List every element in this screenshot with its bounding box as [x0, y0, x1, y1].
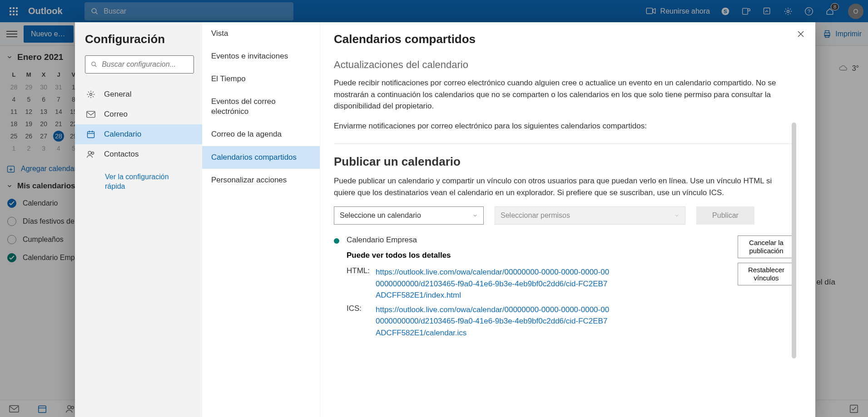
svg-line-33 [95, 65, 97, 67]
permissions-select: Seleccionar permisos [495, 206, 685, 225]
publish-desc: Puede publicar un calendario y compartir… [334, 175, 795, 198]
settings-subnav-item[interactable]: Vista [202, 22, 320, 45]
svg-point-34 [90, 93, 92, 96]
chevron-down-icon [472, 213, 478, 218]
ics-link[interactable]: https://outlook.live.com/owa/calendar/00… [376, 304, 612, 339]
settings-nav-calendario[interactable]: Calendario [75, 124, 202, 144]
calendar-select[interactable]: Seleccione un calendario [334, 206, 484, 225]
settings-subnav-item[interactable]: Eventos e invitaciones [202, 45, 320, 68]
search-icon [91, 61, 97, 68]
publish-button: Publicar [696, 206, 754, 225]
settings-title: Configuración [85, 32, 202, 46]
chevron-down-icon [674, 213, 680, 218]
updates-prompt: Enviarme notificaciones por correo elect… [334, 120, 795, 132]
settings-search[interactable] [85, 55, 194, 74]
quick-settings-link[interactable]: Ver la configuración rápida [105, 172, 187, 191]
publish-heading: Publicar un calendario [334, 155, 795, 169]
published-cal-name: Calendario Empresa [347, 235, 730, 245]
close-button[interactable] [797, 30, 804, 38]
settings-subnav-item[interactable]: Correo de la agenda [202, 123, 320, 146]
updates-desc: Puede recibir notificaciones por correo … [334, 77, 795, 112]
settings-nav-correo[interactable]: Correo [85, 104, 202, 124]
svg-rect-36 [88, 132, 94, 137]
calendar-icon [86, 130, 96, 139]
svg-point-40 [88, 151, 91, 154]
settings-nav-general[interactable]: General [85, 84, 202, 104]
gear-icon [86, 90, 96, 99]
settings-subnav-item[interactable]: Personalizar acciones [202, 169, 320, 191]
settings-subnav-item[interactable]: Eventos del correo electrónico [202, 90, 320, 123]
updates-heading: Actualizaciones del calendario [334, 59, 795, 71]
published-cal-perm: Puede ver todos los detalles [347, 251, 730, 260]
settings-modal: Configuración GeneralCorreoCalendarioCon… [75, 22, 815, 417]
calendar-color-dot [334, 238, 339, 244]
settings-nav-contactos[interactable]: Contactos [85, 144, 202, 164]
svg-point-32 [92, 62, 95, 66]
settings-search-input[interactable] [102, 60, 188, 69]
settings-content: Calendarios compartidos Actualizaciones … [320, 22, 815, 417]
html-label: HTML: [347, 266, 371, 301]
reset-links-button[interactable]: Restablecer vínculos [738, 263, 795, 285]
ics-label: ICS: [347, 304, 371, 339]
svg-point-41 [92, 152, 94, 154]
cancel-publish-button[interactable]: Cancelar la publicación [738, 235, 795, 258]
close-icon [797, 30, 804, 38]
content-scrollbar[interactable] [792, 123, 796, 358]
settings-nav-secondary: VistaEventos e invitacionesEl TiempoEven… [202, 22, 320, 417]
settings-primary-list: GeneralCorreoCalendarioContactos [85, 84, 202, 164]
settings-subnav-item[interactable]: El Tiempo [202, 68, 320, 90]
settings-subnav-item[interactable]: Calendarios compartidos [202, 146, 320, 169]
content-title: Calendarios compartidos [334, 32, 797, 46]
html-link[interactable]: https://outlook.live.com/owa/calendar/00… [376, 266, 612, 301]
settings-nav-primary: Configuración GeneralCorreoCalendarioCon… [75, 22, 202, 417]
mail-icon [86, 111, 96, 118]
people-icon [86, 150, 96, 159]
svg-rect-35 [87, 111, 95, 117]
